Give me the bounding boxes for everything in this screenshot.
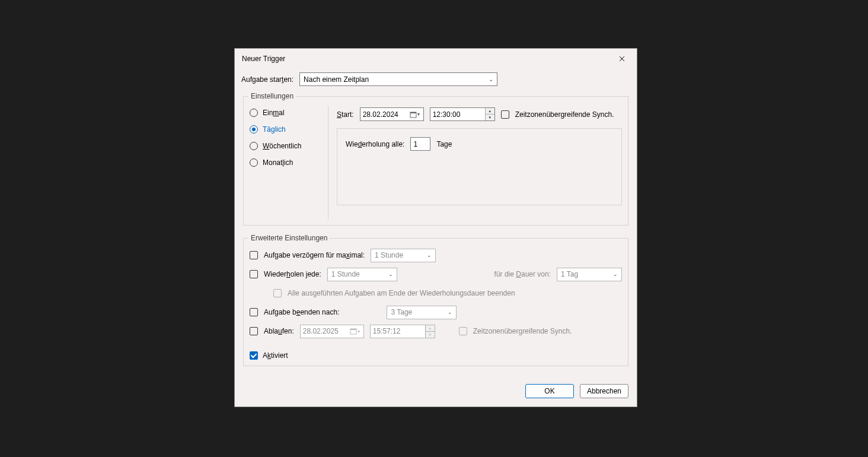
chevron-down-icon: ⌄ — [427, 252, 432, 258]
repeat-checkbox[interactable] — [250, 270, 258, 278]
start-time-input[interactable]: 12:30:00 ▲▼ — [430, 107, 495, 121]
expire-date-input[interactable]: 28.02.2025 ▾ — [300, 325, 364, 338]
task-start-value: Nach einem Zeitplan — [304, 75, 369, 84]
dialog-footer: OK Abbrechen — [525, 384, 628, 398]
delay-value: 1 Stunde — [375, 251, 403, 259]
radio-weekly[interactable]: Wöchentlich — [250, 142, 320, 150]
settings-fieldset: Einstellungen Einmal Täglich Wöchentlich — [243, 92, 628, 226]
stop-after-checkbox[interactable] — [250, 308, 258, 316]
expire-tz-label: Zeitzonenübergreifende Synch. — [473, 327, 572, 335]
schedule-pane: Start: 28.02.2024 ▾ 12:30:00 ▲▼ — [328, 106, 622, 219]
radio-once[interactable]: Einmal — [250, 109, 320, 117]
recur-value-input[interactable]: 1 — [410, 137, 430, 151]
delay-checkbox[interactable] — [250, 251, 258, 259]
svg-rect-1 — [410, 112, 416, 113]
recur-value: 1 — [413, 140, 417, 148]
recurrence-box: Wiederholung alle: 1 Tage — [337, 128, 622, 205]
expire-time-input[interactable]: 15:57:12 ▲▼ — [370, 325, 435, 338]
expire-tz-checkbox — [459, 327, 467, 335]
titlebar: Neuer Trigger — [235, 49, 637, 69]
repeat-duration-value: 1 Tag — [561, 270, 578, 278]
stop-at-end-label: Alle ausgeführten Aufgaben am Ende der W… — [288, 289, 515, 297]
radio-icon — [250, 158, 258, 167]
advanced-legend: Erweiterte Einstellungen — [248, 234, 330, 242]
duration-label: für die Dauer von: — [494, 270, 551, 278]
radio-icon — [250, 109, 258, 117]
stop-at-end-checkbox — [273, 289, 282, 297]
enabled-label: Aktiviert — [263, 351, 288, 360]
spinner-icon[interactable]: ▲▼ — [485, 108, 494, 120]
start-time-value: 12:30:00 — [433, 110, 461, 119]
start-label: Start: — [337, 110, 354, 119]
settings-legend: Einstellungen — [248, 92, 296, 100]
radio-icon — [250, 125, 258, 134]
cancel-button[interactable]: Abbrechen — [580, 384, 628, 398]
expire-checkbox[interactable] — [250, 327, 258, 335]
radio-monthly[interactable]: Monatlich — [250, 158, 320, 167]
repeat-interval-value: 1 Stunde — [331, 270, 360, 278]
repeat-interval-combo[interactable]: 1 Stunde ⌄ — [327, 268, 397, 281]
repeat-duration-combo[interactable]: 1 Tag ⌄ — [557, 268, 622, 281]
task-start-label: Aufgabe starten: — [241, 75, 293, 84]
tz-sync-label: Zeitzonenübergreifende Synch. — [515, 110, 614, 119]
stop-after-combo[interactable]: 3 Tage ⌄ — [387, 306, 457, 319]
chevron-down-icon: ⌄ — [489, 76, 493, 82]
expire-date-value: 28.02.2025 — [303, 327, 339, 335]
new-trigger-dialog: Neuer Trigger Aufgabe starten: Nach eine… — [234, 48, 637, 407]
recur-unit: Tage — [436, 140, 452, 148]
delay-combo[interactable]: 1 Stunde ⌄ — [371, 249, 436, 262]
close-icon — [619, 56, 625, 62]
start-date-input[interactable]: 28.02.2024 ▾ — [360, 107, 424, 121]
spinner-icon[interactable]: ▲▼ — [425, 325, 435, 338]
chevron-down-icon: ⌄ — [388, 271, 393, 277]
expire-label: Ablaufen: — [264, 327, 294, 335]
close-button[interactable] — [609, 50, 634, 67]
radio-daily[interactable]: Täglich — [250, 125, 320, 134]
svg-rect-3 — [350, 329, 356, 330]
tz-sync-checkbox[interactable] — [501, 110, 509, 119]
stop-after-value: 3 Tage — [391, 308, 412, 316]
calendar-icon: ▾ — [407, 111, 423, 118]
task-start-select[interactable]: Nach einem Zeitplan ⌄ — [299, 72, 497, 86]
dialog-title: Neuer Trigger — [242, 55, 285, 63]
delay-label: Aufgabe verzögern für maximal: — [264, 251, 365, 259]
chevron-down-icon: ⌄ — [448, 309, 452, 315]
ok-button[interactable]: OK — [525, 384, 574, 398]
radio-icon — [250, 142, 258, 150]
advanced-fieldset: Erweiterte Einstellungen Aufgabe verzöge… — [243, 234, 628, 366]
frequency-radios: Einmal Täglich Wöchentlich Monatlich — [250, 106, 320, 219]
chevron-down-icon: ⌄ — [613, 271, 618, 277]
stop-after-label: Aufgabe beenden nach: — [264, 308, 339, 316]
enabled-checkbox[interactable] — [250, 351, 258, 360]
expire-time-value: 15:57:12 — [373, 327, 401, 335]
recur-label: Wiederholung alle: — [346, 140, 404, 148]
calendar-icon: ▾ — [347, 328, 363, 335]
repeat-label: Wiederholen jede: — [264, 270, 321, 278]
start-date-value: 28.02.2024 — [363, 110, 398, 119]
